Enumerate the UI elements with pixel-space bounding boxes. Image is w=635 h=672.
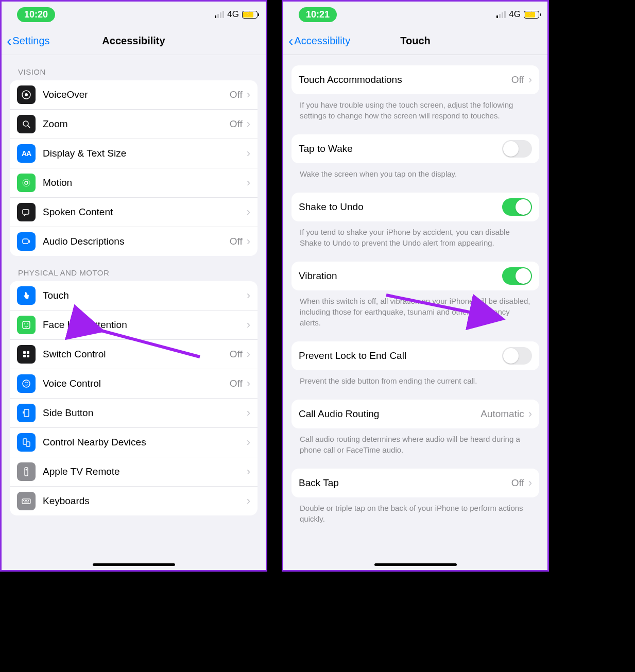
chevron-right-icon: › xyxy=(243,117,250,131)
row-label: VoiceOver xyxy=(43,89,230,100)
row-value: Off xyxy=(230,118,243,130)
keyboards-icon xyxy=(17,492,36,510)
chevron-right-icon: › xyxy=(243,147,250,160)
row-label: Tap to Wake xyxy=(299,143,502,154)
row-label: Vibration xyxy=(299,270,502,282)
group-vibration: Vibration xyxy=(291,262,539,290)
chevron-right-icon: › xyxy=(243,377,250,390)
chevron-right-icon: › xyxy=(524,407,532,421)
back-label: Settings xyxy=(12,35,49,47)
group-prevent-lock: Prevent Lock to End Call xyxy=(291,341,539,370)
row-touch[interactable]: Touch › xyxy=(10,281,258,311)
row-motion[interactable]: Motion › xyxy=(10,168,258,198)
row-spoken-content[interactable]: Spoken Content › xyxy=(10,198,258,227)
toggle-shake-to-undo[interactable] xyxy=(502,198,532,216)
display-text-icon: AA xyxy=(17,144,36,163)
group-tap-to-wake: Tap to Wake xyxy=(291,134,539,163)
row-value: Off xyxy=(230,378,243,389)
svg-rect-18 xyxy=(26,442,30,446)
home-indicator[interactable] xyxy=(93,563,175,566)
row-label: Switch Control xyxy=(43,349,230,360)
row-label: Face ID & Attention xyxy=(43,319,243,331)
row-vibration[interactable]: Vibration xyxy=(291,262,539,290)
row-value: Off xyxy=(511,74,524,85)
row-zoom[interactable]: Zoom Off › xyxy=(10,110,258,139)
row-label: Audio Descriptions xyxy=(43,236,230,247)
signal-icon xyxy=(496,11,506,18)
footer-touch-accommodations: If you have trouble using the touch scre… xyxy=(291,94,539,121)
row-control-nearby[interactable]: Control Nearby Devices › xyxy=(10,428,258,457)
content-scroll[interactable]: Vision VoiceOver Off › Zoom Off › AA Dis… xyxy=(2,55,266,570)
row-label: Apple TV Remote xyxy=(43,466,243,477)
row-label: Display & Text Size xyxy=(43,148,243,159)
row-call-audio-routing[interactable]: Call Audio Routing Automatic › xyxy=(291,400,539,428)
row-faceid[interactable]: Face ID & Attention › xyxy=(10,311,258,340)
svg-rect-19 xyxy=(25,468,28,476)
svg-rect-14 xyxy=(27,355,29,357)
svg-rect-6 xyxy=(23,210,29,214)
row-shake-to-undo[interactable]: Shake to Undo xyxy=(291,193,539,221)
row-switch-control[interactable]: Switch Control Off › xyxy=(10,340,258,369)
row-side-button[interactable]: Side Button › xyxy=(10,399,258,428)
audio-descriptions-icon xyxy=(17,232,36,251)
svg-line-3 xyxy=(28,126,30,128)
svg-point-20 xyxy=(26,469,27,471)
toggle-vibration[interactable] xyxy=(502,267,532,285)
svg-point-5 xyxy=(23,179,30,186)
row-label: Shake to Undo xyxy=(299,201,502,213)
toggle-tap-to-wake[interactable] xyxy=(502,140,532,158)
chevron-right-icon: › xyxy=(243,494,250,508)
home-indicator[interactable] xyxy=(374,563,457,566)
row-label: Touch xyxy=(43,290,243,301)
row-label: Control Nearby Devices xyxy=(43,437,243,448)
svg-point-1 xyxy=(25,93,28,96)
motion-icon xyxy=(17,174,36,192)
row-back-tap[interactable]: Back Tap Off › xyxy=(291,469,539,497)
chevron-right-icon: › xyxy=(243,348,250,361)
time-pill[interactable]: 10:20 xyxy=(17,7,55,22)
chevron-right-icon: › xyxy=(243,406,250,420)
chevron-left-icon: ‹ xyxy=(288,34,293,48)
time-pill[interactable]: 10:21 xyxy=(299,7,337,22)
svg-rect-25 xyxy=(28,500,29,501)
chevron-left-icon: ‹ xyxy=(7,34,11,48)
row-appletv-remote[interactable]: Apple TV Remote › xyxy=(10,457,258,487)
chevron-right-icon: › xyxy=(243,465,250,478)
svg-rect-7 xyxy=(23,239,28,244)
side-button-icon xyxy=(17,404,36,422)
page-title: Accessibility xyxy=(102,35,165,47)
row-prevent-lock[interactable]: Prevent Lock to End Call xyxy=(291,341,539,370)
battery-icon: ⚡ xyxy=(242,11,258,19)
svg-point-4 xyxy=(25,181,28,184)
touch-icon xyxy=(17,286,36,305)
chevron-right-icon: › xyxy=(243,88,250,101)
row-voice-control[interactable]: Voice Control Off › xyxy=(10,369,258,399)
svg-rect-21 xyxy=(22,499,30,504)
back-button[interactable]: ‹ Settings xyxy=(7,34,50,48)
row-display-text-size[interactable]: AA Display & Text Size › xyxy=(10,139,258,168)
signal-icon xyxy=(215,11,224,18)
zoom-icon xyxy=(17,115,36,133)
row-value: Off xyxy=(511,477,524,489)
voice-control-icon xyxy=(17,374,36,393)
network-label: 4G xyxy=(227,9,239,20)
content-scroll[interactable]: Touch Accommodations Off › If you have t… xyxy=(283,55,547,570)
row-label: Zoom xyxy=(43,118,230,130)
back-button[interactable]: ‹ Accessibility xyxy=(288,34,350,48)
footer-vibration: When this switch is off, all vibration o… xyxy=(291,290,539,328)
svg-point-15 xyxy=(23,380,30,387)
row-tap-to-wake[interactable]: Tap to Wake xyxy=(291,134,539,163)
row-audio-descriptions[interactable]: Audio Descriptions Off › xyxy=(10,227,258,256)
row-keyboards[interactable]: Keyboards › xyxy=(10,487,258,515)
row-value: Off xyxy=(230,89,243,100)
chevron-right-icon: › xyxy=(243,436,250,449)
row-value: Off xyxy=(230,349,243,360)
row-label: Touch Accommodations xyxy=(299,74,511,85)
toggle-prevent-lock[interactable] xyxy=(502,347,532,365)
svg-rect-26 xyxy=(24,502,29,503)
svg-rect-23 xyxy=(25,500,26,501)
row-voiceover[interactable]: VoiceOver Off › xyxy=(10,80,258,110)
network-label: 4G xyxy=(509,9,521,20)
row-touch-accommodations[interactable]: Touch Accommodations Off › xyxy=(291,65,539,94)
group-vision: VoiceOver Off › Zoom Off › AA Display & … xyxy=(10,80,258,256)
